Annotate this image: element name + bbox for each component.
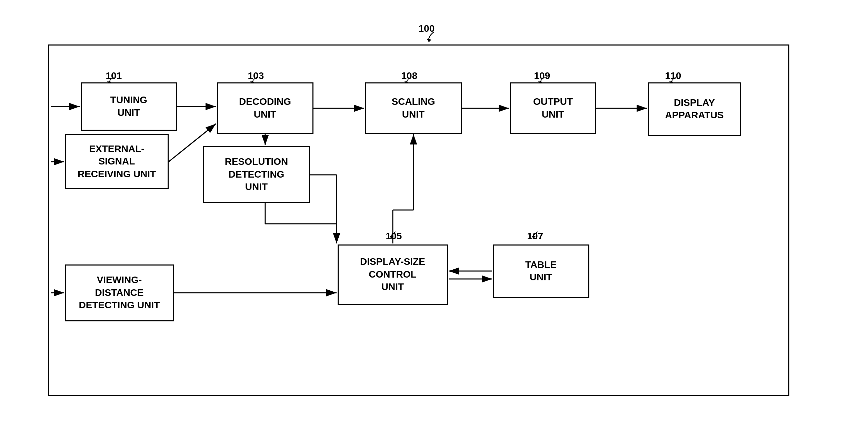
resolution-detecting-box: RESOLUTIONDETECTINGUNIT — [203, 146, 310, 203]
decoding-unit-box: DECODINGUNIT — [217, 82, 313, 134]
display-size-control-box: DISPLAY-SIZECONTROLUNIT — [338, 244, 448, 305]
external-signal-box: EXTERNAL-SIGNALRECEIVING UNIT — [65, 134, 169, 189]
arrow-100-svg — [424, 30, 445, 44]
table-unit-box: TABLEUNIT — [493, 244, 589, 298]
viewing-distance-box: VIEWING-DISTANCEDETECTING UNIT — [65, 264, 174, 321]
scaling-unit-box: SCALINGUNIT — [365, 82, 462, 134]
tuning-unit-box: TUNINGUNIT — [81, 82, 177, 131]
svg-marker-7 — [531, 236, 536, 239]
arrow-107 — [531, 230, 545, 240]
display-apparatus-box: DISPLAYAPPARATUS — [648, 82, 741, 136]
svg-marker-0 — [427, 39, 431, 42]
svg-marker-5 — [389, 236, 393, 239]
arrow-105 — [389, 230, 402, 240]
output-unit-box: OUTPUTUNIT — [510, 82, 596, 134]
diagram-container: 100 101 TUNINGUNIT 102 EXTERNAL-SIGNALRE… — [20, 17, 848, 413]
